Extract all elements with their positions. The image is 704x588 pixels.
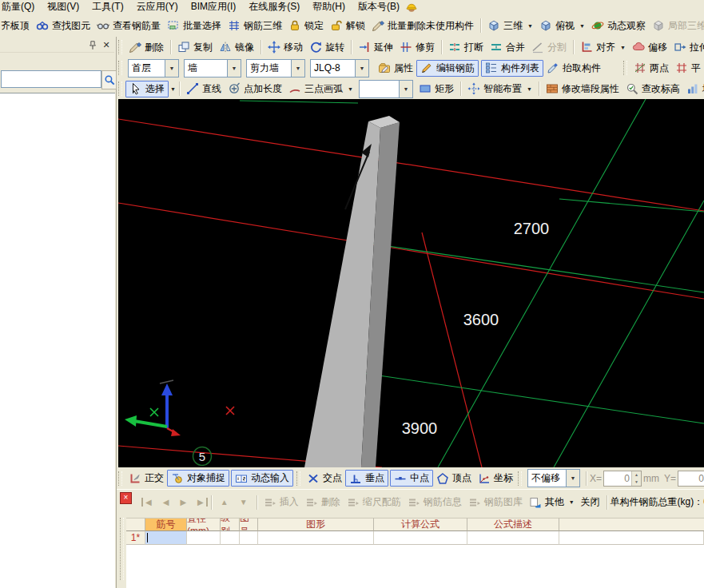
coordinate-snap-toggle[interactable]: 坐标 [475,470,516,487]
batch-select-button[interactable]: 批量选择 [164,18,225,34]
shape-cell[interactable] [258,531,374,545]
trim-button[interactable]: 修剪 [396,39,438,56]
toolbar-grip[interactable] [518,471,522,486]
orbit-button[interactable]: 动态观察 [588,18,649,34]
properties-button[interactable]: 属性 [375,60,416,77]
flat-align-button[interactable]: 平 [672,60,704,77]
viewport-3d[interactable]: 2700 3600 3900 5 [118,99,704,467]
smart-layout-button[interactable]: 智能布置▼ [464,81,535,97]
modify-wall-segment-button[interactable]: 修改墙段属性 [543,81,622,97]
close-button[interactable]: 关闭 [578,494,603,511]
intersection-snap-toggle[interactable]: 交点 [304,470,345,487]
nav-next-button[interactable]: ▶ [174,498,192,507]
nav-prev-button[interactable]: ◀ [157,498,175,507]
move-row-up-button[interactable]: ▲ [215,498,234,507]
view-rebar-quantity-button[interactable]: 查看钢筋量 [93,18,164,34]
edit-rebar-button[interactable]: 编辑钢筋 [416,60,479,77]
move-row-down-button[interactable]: ▼ [234,498,253,507]
y-value-field[interactable] [678,471,704,486]
nav-last-button[interactable]: ▶ [192,498,208,507]
view-3d-button[interactable]: 三维▼ [484,18,536,34]
pin-icon[interactable] [87,40,98,51]
subcategory-select[interactable]: 剪力墙▼ [246,59,305,77]
column-header-diameter[interactable]: 直径(mm) [187,518,221,531]
point-length-button[interactable]: 点加长度 [225,81,285,97]
toolbar-grip[interactable] [623,61,627,75]
select-button[interactable]: 选择 [125,81,169,97]
other-menu-button[interactable]: 其他▼ [526,494,578,511]
column-header-formula-description[interactable]: 公式描述 [467,518,559,531]
unlock-button[interactable]: 解锁 [327,18,368,34]
rebar-info-button[interactable]: 钢筋信息 [404,494,465,511]
stretch-button[interactable]: 拉伸 [670,39,704,56]
align-button[interactable]: 对齐▼ [577,39,629,56]
menu-bim-apps[interactable]: BIM应用(I) [185,0,243,15]
three-point-arc-button[interactable]: 三点画弧▼ [285,81,356,97]
shape-number-cell[interactable] [240,531,258,545]
menu-version[interactable]: 版本号(B) [352,0,406,15]
rotate-button[interactable]: 旋转 [306,39,348,56]
search-input[interactable] [1,70,101,88]
extend-button[interactable]: 延伸 [355,39,396,56]
check-elevation-button[interactable]: 查改标高 [622,81,683,97]
column-header-shape-number[interactable]: 图号 [240,518,258,531]
toolbar-grip[interactable] [118,81,122,96]
split-button[interactable]: 分割 [528,39,570,56]
close-panel-button[interactable]: × [120,492,132,504]
rebar-gallery-button[interactable]: 钢筋图库 [465,494,526,511]
select-dropdown-icon[interactable]: ▼ [170,86,176,92]
arc-mode-select[interactable]: ▼ [359,80,413,98]
category-select[interactable]: 墙▼ [184,59,241,77]
move-button[interactable]: 移动 [264,39,306,56]
toolbar-grip[interactable] [118,40,122,54]
lock-button[interactable]: 锁定 [285,18,327,34]
dynamic-input-toggle[interactable]: 动态输入 [231,470,293,487]
table-grip[interactable] [120,518,124,580]
row-number-cell[interactable]: 1* [126,531,145,545]
spin-down-icon[interactable]: ▼ [632,479,641,486]
align-slab-top-button[interactable]: 齐板顶 [0,18,33,34]
pick-component-button[interactable]: 抬取构件 [543,60,604,77]
x-value-field[interactable] [604,471,631,486]
menu-online-services[interactable]: 在线服务(S) [242,0,306,15]
column-header-shape[interactable]: 图形 [258,518,374,531]
menu-help[interactable]: 帮助(H) [306,0,352,15]
toolbar-grip[interactable] [296,471,300,486]
break-button[interactable]: 打断 [445,39,487,56]
formula-description-cell[interactable] [467,531,559,545]
wall-bottom-align-button[interactable]: 墙底平 [683,81,704,97]
insert-row-button[interactable]: 插入 [261,494,302,511]
midpoint-snap-toggle[interactable]: 中点 [390,470,433,487]
bar-number-cell-selected[interactable] [145,531,187,545]
column-header-bar-number[interactable]: 筋号 [145,518,187,531]
ortho-toggle[interactable]: 正交 [125,470,167,487]
vertex-snap-toggle[interactable]: 顶点 [433,470,475,487]
find-element-button[interactable]: 查找图元 [33,18,93,34]
line-button[interactable]: 直线 [183,81,225,97]
toolbar-grip[interactable] [118,471,122,486]
copy-button[interactable]: 复制 [174,39,216,56]
spin-up-icon[interactable]: ▲ [632,471,641,479]
delete-button[interactable]: 删除 [125,39,167,56]
close-icon[interactable]: ✕ [101,40,112,50]
y-coordinate-input[interactable]: ▲▼ [678,471,704,487]
menu-cloud-apps[interactable]: 云应用(Y) [130,0,185,15]
rectangle-button[interactable]: 矩形 [416,81,457,97]
search-button[interactable] [101,70,117,89]
object-snap-toggle[interactable]: 对象捕捉 [167,470,229,487]
x-coordinate-input[interactable]: ▲▼ [603,471,642,487]
component-list-button[interactable]: 构件列表 [481,60,543,77]
batch-delete-unused-button[interactable]: 批量删除未使用构件 [368,18,477,34]
menu-rebar-quantity[interactable]: 筋量(Q) [0,0,41,15]
mirror-button[interactable]: 镜像 [216,39,257,56]
component-list-area[interactable] [0,93,115,588]
diameter-cell[interactable] [187,531,221,545]
offset-mode-select[interactable]: 不偏移▼ [527,469,580,487]
rebar-3d-button[interactable]: 钢筋三维 [225,18,285,34]
merge-button[interactable]: 合并 [487,39,528,56]
top-view-button[interactable]: 俯视▼ [536,18,588,34]
column-header-grade[interactable]: 级别 [221,518,240,531]
floor-select[interactable]: 首层▼ [128,59,179,77]
offset-button[interactable]: 偏移 [629,39,670,56]
grade-cell[interactable] [221,531,240,545]
